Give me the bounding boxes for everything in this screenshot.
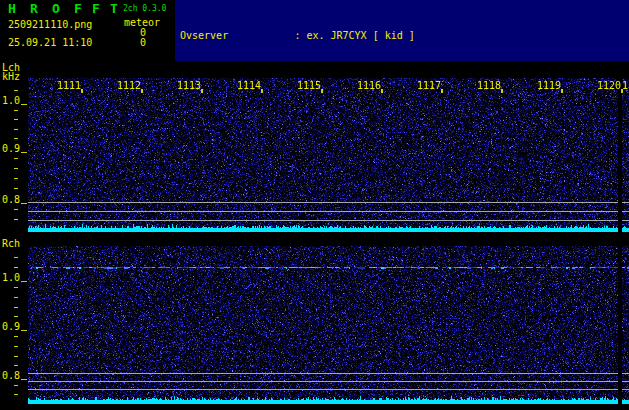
freq-major-tick [21, 281, 27, 282]
freq-minor-tick [14, 129, 18, 130]
time-tick [81, 89, 83, 93]
datetime: 25.09.21 11:10 [8, 37, 92, 48]
freq-minor-tick [14, 336, 18, 337]
freq-minor-tick [14, 138, 18, 139]
time-label-fragment: 11 [622, 80, 629, 91]
freq-major-tick [21, 330, 27, 331]
freq-minor-tick [14, 168, 18, 169]
freq-minor-tick [14, 394, 18, 395]
app-title-letter: T [110, 1, 118, 16]
time-tick [201, 89, 203, 93]
time-tick [501, 89, 503, 93]
time-tick [141, 89, 143, 93]
time-label: 1120 [597, 80, 623, 91]
time-tick [321, 89, 323, 93]
freq-minor-tick [14, 316, 18, 317]
freq-minor-tick [14, 188, 18, 189]
freq-minor-tick [14, 158, 18, 159]
header-info: Ovserver : ex. JR7CYX [ kid ] Receiving … [175, 0, 629, 61]
freq-minor-tick [14, 287, 18, 288]
freq-tick-label: 0.8 [2, 370, 20, 381]
time-tick [261, 89, 263, 93]
freq-minor-tick [14, 297, 18, 298]
rch-axis-label: Rch [2, 238, 20, 249]
time-label: 1117 [417, 80, 443, 91]
freq-tick-label: 0.9 [2, 321, 20, 332]
freq-minor-tick [14, 257, 18, 258]
time-tick [381, 89, 383, 93]
freq-minor-tick [14, 178, 18, 179]
time-label: 1112 [117, 80, 143, 91]
freq-major-tick [21, 104, 27, 105]
app-version: 2ch 0.3.0 [123, 4, 166, 13]
freq-minor-tick [14, 90, 18, 91]
khz-unit-label: kHz [2, 71, 20, 82]
time-tick [441, 89, 443, 93]
output-filename: 2509211110.png [8, 19, 92, 30]
freq-minor-tick [14, 119, 18, 120]
freq-minor-tick [14, 110, 18, 111]
time-label: 1116 [357, 80, 383, 91]
time-label: 1119 [537, 80, 563, 91]
freq-tick-label: 1.0 [2, 95, 20, 106]
app-title-letter: R [30, 1, 38, 16]
observer-line: Ovserver : ex. JR7CYX [ kid ] [180, 29, 629, 42]
freq-minor-tick [14, 267, 18, 268]
time-label: 1113 [177, 80, 203, 91]
app-title-letter: H [8, 1, 16, 16]
app-title-letter: F [92, 1, 100, 16]
freq-minor-tick [14, 209, 18, 210]
freq-major-tick [21, 379, 27, 380]
freq-minor-tick [14, 346, 18, 347]
meteor-count-r: 0 [140, 37, 146, 48]
freq-minor-tick [14, 219, 18, 220]
freq-major-tick [21, 152, 27, 153]
freq-major-tick [21, 203, 27, 204]
freq-tick-label: 0.9 [2, 143, 20, 154]
app-title-letter: O [52, 1, 60, 16]
freq-tick-label: 0.8 [2, 194, 20, 205]
freq-minor-tick [14, 307, 18, 308]
rch-spectrogram [28, 246, 629, 404]
time-label: 1115 [297, 80, 323, 91]
freq-minor-tick [14, 365, 18, 366]
lch-spectrogram [28, 78, 629, 232]
app-title-letter: F [74, 1, 82, 16]
time-label: 1118 [477, 80, 503, 91]
hrofft-window: H R O F F T 2ch 0.3.0 2509211110.png met… [0, 0, 629, 410]
freq-minor-tick [14, 385, 18, 386]
time-tick [561, 89, 563, 93]
time-label: 1111 [57, 80, 83, 91]
freq-tick-label: 1.0 [2, 272, 20, 283]
time-label: 1114 [237, 80, 263, 91]
freq-minor-tick [14, 356, 18, 357]
